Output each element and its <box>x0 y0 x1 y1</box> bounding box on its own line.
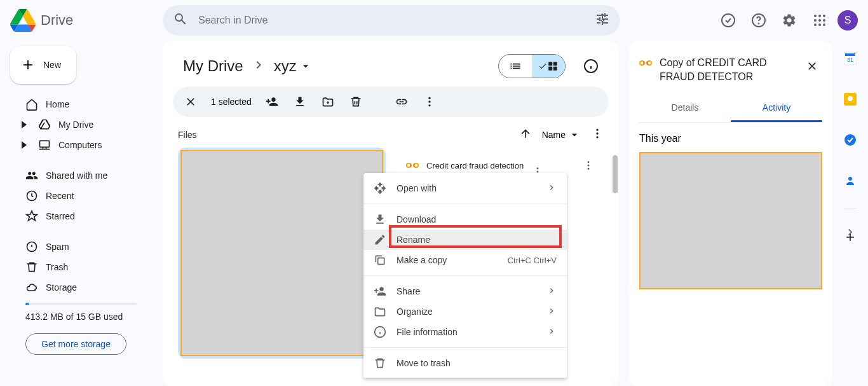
chevron-right-icon <box>546 326 557 338</box>
file-card[interactable] <box>178 148 386 359</box>
share-icon <box>374 285 386 298</box>
sort-direction-button[interactable] <box>519 127 532 142</box>
get-storage-button[interactable]: Get more storage <box>25 333 126 355</box>
check-icon <box>538 62 547 71</box>
svg-point-16 <box>428 97 430 99</box>
svg-point-38 <box>537 167 539 169</box>
svg-point-10 <box>818 24 821 26</box>
menu-make-copy[interactable]: Make a copy Ctrl+C Ctrl+V <box>363 250 567 270</box>
menu-file-info[interactable]: File information <box>363 322 567 342</box>
svg-point-6 <box>814 19 817 22</box>
svg-point-19 <box>596 129 598 131</box>
files-header: Files Name <box>163 127 619 148</box>
computer-icon <box>38 139 51 151</box>
sidebar-item-shared[interactable]: Shared with me <box>10 165 153 186</box>
collapse-rail-button[interactable] <box>837 219 863 245</box>
tasks-addon-button[interactable] <box>837 127 863 153</box>
header: Drive S <box>0 0 868 41</box>
svg-point-26 <box>588 168 590 170</box>
new-button[interactable]: New <box>10 46 76 84</box>
breadcrumb-current[interactable]: xyz <box>269 55 317 78</box>
sidebar-item-spam[interactable]: Spam <box>10 237 153 257</box>
more-button[interactable] <box>417 89 442 114</box>
sidebar-item-starred[interactable]: Starred <box>10 206 153 226</box>
scrollbar[interactable] <box>613 155 618 193</box>
share-button[interactable] <box>259 89 285 114</box>
chevron-right-icon <box>546 183 557 195</box>
move-button[interactable] <box>315 89 341 114</box>
avatar[interactable]: S <box>837 10 858 31</box>
svg-rect-32 <box>845 53 855 56</box>
apps-icon[interactable] <box>807 8 832 33</box>
help-icon[interactable] <box>746 8 771 33</box>
close-details-button[interactable] <box>802 56 822 76</box>
contacts-addon-button[interactable] <box>837 168 863 193</box>
link-button[interactable] <box>389 89 414 114</box>
search-input[interactable] <box>198 15 585 26</box>
storage-bar <box>25 303 137 305</box>
svg-point-5 <box>823 15 825 17</box>
drive-icon <box>38 118 51 131</box>
tab-details[interactable]: Details <box>639 95 731 122</box>
breadcrumb-root[interactable]: My Drive <box>178 55 248 78</box>
search-icon <box>173 11 188 29</box>
spam-icon <box>25 240 38 253</box>
logo-area[interactable]: Drive <box>10 8 163 33</box>
keep-addon-button[interactable] <box>837 86 863 112</box>
calendar-addon-button[interactable]: 31 <box>837 46 863 71</box>
download-button[interactable] <box>287 89 313 114</box>
rename-icon <box>374 233 386 246</box>
svg-point-27 <box>640 61 644 65</box>
menu-open-with[interactable]: Open with <box>363 178 567 198</box>
svg-point-20 <box>596 132 598 134</box>
delete-button[interactable] <box>343 89 369 114</box>
settings-icon[interactable] <box>776 8 802 33</box>
caret-icon <box>18 118 31 131</box>
clock-icon <box>25 190 38 202</box>
sidebar-item-storage[interactable]: Storage <box>10 277 153 298</box>
ready-offline-icon[interactable] <box>715 8 741 33</box>
close-selection-button[interactable] <box>178 89 203 114</box>
sidebar-item-home[interactable]: Home <box>10 94 153 114</box>
menu-move-trash[interactable]: Move to trash <box>363 353 567 373</box>
plus-icon <box>20 57 36 72</box>
list-view-button[interactable] <box>499 55 532 78</box>
details-panel: Copy of CREDIT CARD FRAUD DETECTOR Detai… <box>629 41 832 386</box>
search-bar[interactable] <box>163 5 620 36</box>
filter-icon[interactable] <box>595 11 610 29</box>
caret-icon <box>18 139 31 151</box>
trash-icon <box>25 261 38 273</box>
app-name: Drive <box>41 12 73 29</box>
details-title: Copy of CREDIT CARD FRAUD DETECTOR <box>660 56 794 85</box>
more-options-button[interactable] <box>591 127 604 142</box>
people-icon <box>25 169 38 182</box>
sort-name-button[interactable]: Name <box>542 128 581 141</box>
svg-point-9 <box>814 24 817 26</box>
svg-text:31: 31 <box>847 57 853 63</box>
sidebar-item-recent[interactable]: Recent <box>10 186 153 206</box>
tab-activity[interactable]: Activity <box>731 95 822 122</box>
file-more-button[interactable] <box>578 155 599 176</box>
svg-rect-29 <box>378 258 384 265</box>
chevron-right-icon <box>546 286 557 298</box>
svg-point-0 <box>722 14 735 27</box>
menu-organize[interactable]: Organize <box>363 301 567 322</box>
info-button[interactable] <box>578 53 604 79</box>
activity-thumbnail <box>639 152 822 289</box>
star-icon <box>25 210 38 223</box>
cloud-icon <box>25 281 38 294</box>
menu-download[interactable]: Download <box>363 209 567 230</box>
menu-rename[interactable]: Rename <box>363 230 567 250</box>
svg-point-7 <box>818 19 821 22</box>
svg-point-24 <box>588 161 590 163</box>
sidebar-item-trash[interactable]: Trash <box>10 257 153 277</box>
svg-point-11 <box>823 24 825 26</box>
svg-point-8 <box>823 19 825 22</box>
breadcrumb: My Drive xyz <box>163 51 619 86</box>
chevron-right-icon <box>251 57 266 75</box>
sidebar-item-mydrive[interactable]: My Drive <box>10 114 153 135</box>
colab-icon <box>639 59 652 67</box>
grid-view-button[interactable] <box>532 55 565 78</box>
sidebar-item-computers[interactable]: Computers <box>10 135 153 155</box>
menu-share[interactable]: Share <box>363 281 567 301</box>
